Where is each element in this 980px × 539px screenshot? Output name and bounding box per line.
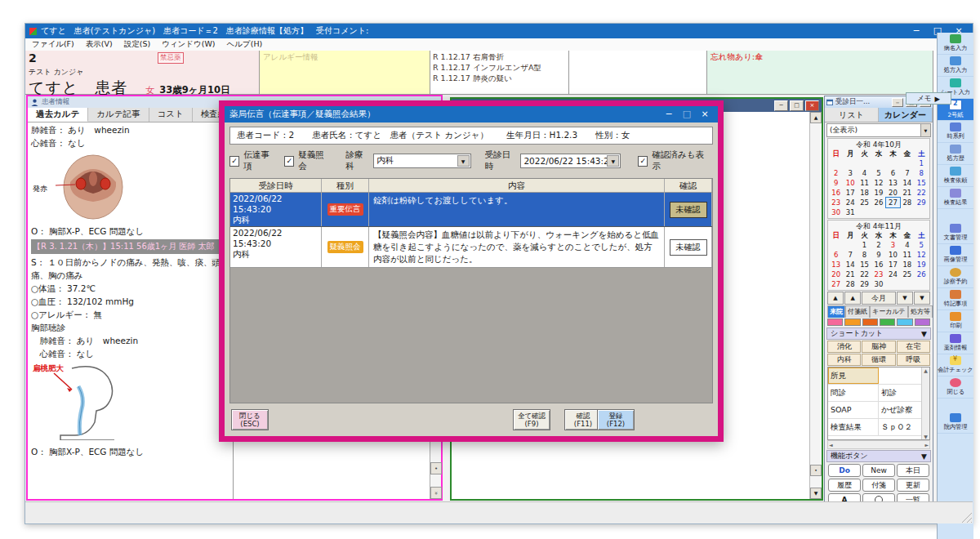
shortcut-group-脳神[interactable]: 脳神: [862, 341, 895, 353]
calendar-day[interactable]: 11: [858, 178, 871, 188]
calendar-day[interactable]: 2: [829, 168, 843, 178]
calendar-day[interactable]: 10: [843, 178, 857, 188]
toolbar-item-会計チェック[interactable]: 会計チェック: [938, 354, 973, 376]
calendar-filter-select[interactable]: (全表示) ▼: [826, 123, 931, 137]
calendar-day[interactable]: 18: [900, 260, 914, 270]
func-button-Do[interactable]: Do: [828, 464, 861, 477]
calendar-day[interactable]: 16: [871, 260, 885, 270]
calendar-day[interactable]: 4: [900, 240, 914, 250]
calendar-day[interactable]: 30: [871, 279, 885, 289]
scroll-down-button[interactable]: ▼: [810, 488, 822, 499]
color-swatch[interactable]: [897, 318, 912, 326]
scroll-thumb[interactable]: •: [430, 462, 442, 474]
toolbar-item-検査結果[interactable]: 検査結果: [938, 187, 973, 209]
calendar-day[interactable]: 15: [858, 260, 871, 270]
calendar-day[interactable]: 21: [843, 270, 857, 279]
calendar-day[interactable]: 8: [915, 168, 929, 178]
calendar-nav-button[interactable]: ▼: [897, 292, 913, 305]
calendar-nav-button[interactable]: ▲: [844, 292, 861, 305]
calendar-nav-button[interactable]: 今月: [862, 292, 896, 305]
minimize-button[interactable]: ─: [892, 98, 903, 107]
calendar-day[interactable]: 13: [886, 178, 900, 188]
shortcut-item[interactable]: 所見: [828, 368, 879, 384]
calendar-day[interactable]: 8: [858, 250, 871, 260]
confirm-status-button[interactable]: 未確認: [670, 202, 707, 218]
view-tab-付箋紙[interactable]: 付箋紙: [845, 305, 870, 318]
message-checkbox[interactable]: ✓: [229, 156, 239, 167]
toolbar-item-病名入力[interactable]: 病名入力: [938, 33, 973, 55]
view-tab-処方等[interactable]: 処方等: [908, 305, 933, 318]
calendar-day[interactable]: 12: [915, 250, 929, 260]
memo-expand-button[interactable]: メモ ▶: [906, 92, 951, 105]
tab-過去カルテ[interactable]: 過去カルテ: [28, 108, 88, 122]
calendar-nav-button[interactable]: ▼: [914, 292, 930, 305]
visit-datetime-select[interactable]: 2022/06/22 15:43:20 ▼: [520, 154, 621, 168]
message-row[interactable]: 2022/06/22 15:43:20内科疑義照会【疑義照会内容】血糖値は以前よ…: [230, 227, 712, 268]
toolbar-item-院内管理[interactable]: 院内管理: [938, 412, 973, 434]
func-button-更新[interactable]: 更新: [897, 479, 929, 492]
calendar-tab-リスト[interactable]: リスト: [825, 108, 879, 122]
confirm-all-button[interactable]: 全て確認(F9): [513, 409, 550, 430]
reception-memo-box[interactable]: 忘れ物あり:傘: [707, 51, 933, 94]
shortcut-group-循環[interactable]: 循環: [862, 354, 895, 366]
record-column[interactable]: 肺雑音： あり wheezin心雑音： なし 発赤: [28, 122, 234, 499]
calendar-day[interactable]: 14: [843, 260, 857, 270]
dropdown-arrow-icon[interactable]: ▼: [457, 155, 470, 167]
shortcut-hscrollbar[interactable]: ◄►: [827, 440, 930, 449]
department-select[interactable]: 内科 ▼: [373, 154, 470, 168]
allergy-info-box[interactable]: アレルギー情報: [260, 51, 430, 94]
collapse-icon[interactable]: ▼: [921, 452, 927, 461]
calendar-day[interactable]: 25: [900, 270, 914, 279]
register-button[interactable]: 登録(F12): [597, 409, 635, 430]
calendar-day[interactable]: 5: [871, 168, 885, 178]
scroll-thumb[interactable]: •: [810, 465, 822, 476]
func-button-New[interactable]: New: [862, 464, 895, 477]
calendar-day[interactable]: 2: [871, 240, 885, 250]
shortcut-group-消化[interactable]: 消化: [827, 341, 861, 353]
color-swatch[interactable]: [862, 318, 878, 326]
close-button[interactable]: 閉じる(ESC): [231, 409, 269, 430]
shortcut-item[interactable]: 検査結果: [828, 419, 879, 435]
scroll-bottom-button[interactable]: »: [430, 487, 442, 499]
dropdown-arrow-icon[interactable]: ▼: [920, 124, 930, 136]
karte-scrollbar[interactable]: ▲ • ▼: [809, 112, 822, 499]
calendar-day[interactable]: 27: [829, 279, 843, 289]
shortcut-group-在宅[interactable]: 在宅: [897, 341, 930, 353]
calendar-day[interactable]: 27: [886, 198, 900, 207]
shortcut-vscrollbar[interactable]: ▲▼: [921, 368, 929, 439]
func-button-履歴[interactable]: 履歴: [828, 479, 861, 492]
menu-item[interactable]: ファイル(F): [32, 39, 74, 50]
collapse-icon[interactable]: ▼: [921, 330, 927, 338]
color-swatch[interactable]: [915, 318, 930, 326]
scroll-up-button[interactable]: ▲: [810, 112, 822, 123]
calendar-day[interactable]: 24: [843, 198, 857, 207]
resize-grip[interactable]: [960, 511, 972, 523]
show-confirmed-checkbox[interactable]: ✓: [638, 156, 648, 167]
calendar-day[interactable]: 23: [871, 270, 885, 279]
view-tab-キーカルテ[interactable]: キーカルテ: [870, 305, 908, 318]
tab-コスト[interactable]: コスト: [149, 108, 193, 122]
calendar-day[interactable]: 26: [915, 270, 929, 279]
minimize-button[interactable]: −: [906, 24, 926, 38]
calendar-day[interactable]: 24: [886, 270, 900, 279]
func-button-本日[interactable]: 本日: [897, 464, 929, 477]
toolbar-item-薬剤情報[interactable]: 薬剤情報: [938, 332, 973, 354]
calendar-day[interactable]: 4: [858, 168, 871, 178]
calendar-day[interactable]: 21: [900, 188, 914, 198]
calendar-day[interactable]: 26: [871, 198, 885, 207]
tab-カルテ記事[interactable]: カルテ記事: [88, 108, 149, 122]
calendar-day[interactable]: 29: [915, 198, 929, 207]
calendar-day[interactable]: 16: [829, 188, 843, 198]
dropdown-arrow-icon[interactable]: ▼: [607, 155, 619, 167]
toolbar-item-処方入力[interactable]: 処方入力: [938, 55, 973, 77]
calendar-day[interactable]: 28: [900, 198, 914, 207]
toolbar-item-文書管理[interactable]: 文書管理: [938, 222, 973, 244]
calendar-day[interactable]: 12: [871, 178, 885, 188]
calendar-day[interactable]: 20: [829, 270, 843, 279]
calendar-day[interactable]: 10: [886, 250, 900, 260]
calendar-day[interactable]: 19: [915, 260, 929, 270]
calendar-day[interactable]: 1: [858, 240, 871, 250]
toolbar-item-画像管理[interactable]: 画像管理: [938, 244, 973, 266]
color-swatch[interactable]: [844, 318, 860, 326]
toolbar-item-特記事項[interactable]: 特記事項: [938, 288, 973, 310]
